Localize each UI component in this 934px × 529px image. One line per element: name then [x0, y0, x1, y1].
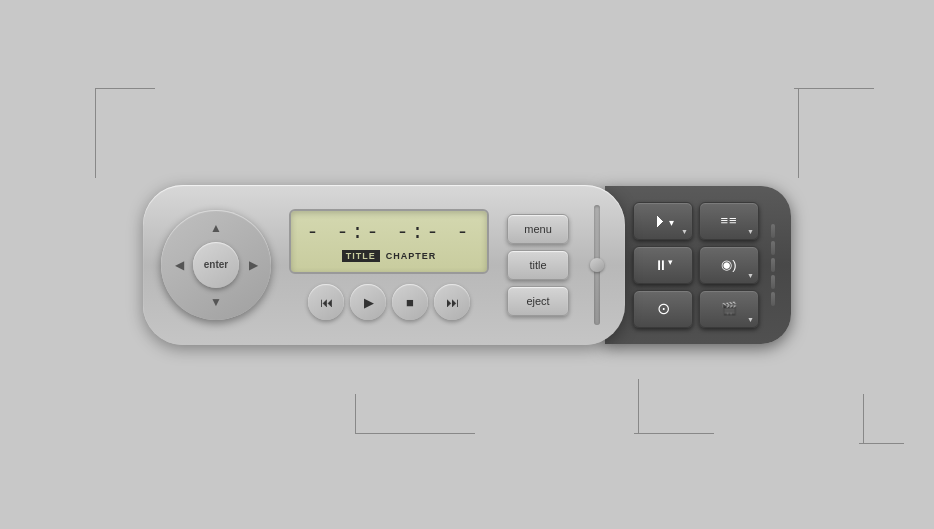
lcd-labels: TITLE CHAPTER — [305, 250, 473, 262]
dpad-left-button[interactable]: ◀ — [165, 251, 193, 279]
title-button[interactable]: title — [507, 250, 569, 280]
ext-pause-step-button[interactable]: ⏸▾ — [633, 246, 693, 284]
ext-play-step-button[interactable]: ⏵▾ ▼ — [633, 202, 693, 240]
side-buttons: menu title eject — [507, 214, 569, 316]
fast-forward-button[interactable]: ⏭ — [434, 284, 470, 320]
ext-angle-button[interactable]: ⊙ — [633, 290, 693, 328]
grip-line — [771, 292, 775, 306]
extended-panel: ⏵▾ ▼ ≡≡ ▼ ⏸▾ ◉) ▼ ⊙ — [605, 186, 791, 344]
grip-line — [771, 241, 775, 255]
grip-line — [771, 224, 775, 238]
grip-line — [771, 258, 775, 272]
remote-main: ▲ ▼ ◀ ▶ enter - -:- -:- - — [143, 185, 625, 345]
menu-button[interactable]: menu — [507, 214, 569, 244]
ext-chapters-button[interactable]: ≡≡ ▼ — [699, 202, 759, 240]
dpad-enter-button[interactable]: enter — [193, 242, 239, 288]
ext-subtitle-button[interactable]: 🎬 ▼ — [699, 290, 759, 328]
lcd-time: - -:- -:- - — [305, 221, 473, 244]
lcd-title-label: TITLE — [342, 250, 380, 262]
slider-knob[interactable] — [590, 258, 604, 272]
ext-audio-button[interactable]: ◉) ▼ — [699, 246, 759, 284]
rewind-button[interactable]: ⏮ — [308, 284, 344, 320]
play-button[interactable]: ▶ — [350, 284, 386, 320]
transport-row: ⏮ ▶ ■ ⏭ — [308, 284, 470, 320]
extended-button-grid: ⏵▾ ▼ ≡≡ ▼ ⏸▾ ◉) ▼ ⊙ — [633, 202, 759, 328]
volume-slider[interactable] — [587, 205, 607, 325]
dpad-up-button[interactable]: ▲ — [202, 214, 230, 242]
stop-button[interactable]: ■ — [392, 284, 428, 320]
lcd-section: - -:- -:- - TITLE CHAPTER ⏮ ▶ ■ — [289, 209, 489, 320]
grip-lines — [769, 224, 777, 306]
eject-button[interactable]: eject — [507, 286, 569, 316]
grip-line — [771, 275, 775, 289]
dpad: ▲ ▼ ◀ ▶ enter — [161, 210, 271, 320]
lcd-display: - -:- -:- - TITLE CHAPTER — [289, 209, 489, 274]
slider-track — [594, 205, 600, 325]
dpad-right-button[interactable]: ▶ — [239, 251, 267, 279]
lcd-chapter-label: CHAPTER — [386, 251, 437, 261]
dpad-down-button[interactable]: ▼ — [202, 288, 230, 316]
